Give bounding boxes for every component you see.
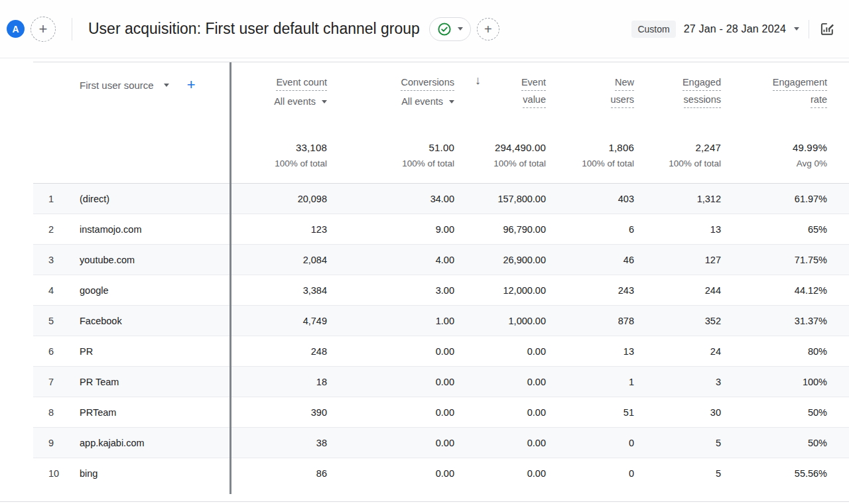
total-sub: 100% of total [557,158,634,168]
cell-event-value: 26,900.00 [466,245,557,275]
column-header-engagement-rate[interactable]: Engagement rate [732,62,849,133]
row-index: 5 [48,316,80,326]
total-engagement-rate: 49.99% Avg 0% [732,133,849,183]
column-label[interactable]: Conversions [401,76,454,91]
cell-event-value: 12,000.00 [466,275,557,305]
cell-new-users: 403 [557,184,645,214]
customize-report-icon [818,21,836,38]
cell-engaged-sessions: 3 [645,367,732,397]
check-circle-icon [437,22,452,36]
column-resize-handle[interactable] [229,62,231,494]
column-label: Engaged [683,76,721,91]
cell-event-value: 157,800.00 [466,184,557,214]
column-header-conversions: Conversions All events [338,62,466,133]
cell-event-count: 18 [232,367,338,397]
dimension-cell: 2 instamojo.com [33,214,232,244]
column-header-event-value[interactable]: ↓ Event value [466,62,557,133]
total-event-value: 294,490.00 100% of total [466,133,557,183]
cell-engagement-rate: 31.37% [732,306,849,336]
cell-engaged-sessions: 5 [645,428,732,458]
date-range-selector[interactable]: 27 Jan - 28 Jan 2024 [684,23,786,35]
dimension-cell: 9 app.kajabi.com [33,428,232,458]
table-row: 10 bing 86 0.00 0.00 0 5 55.56% [33,458,849,489]
add-filter-button[interactable]: + [477,18,499,40]
cell-event-count: 123 [232,214,338,244]
dimension-header: First user source + [33,62,232,92]
total-value: 51.00 [338,142,454,153]
cell-conversions: 4.00 [338,245,466,275]
dimension-cell: 3 youtube.com [33,245,232,275]
report-table: First user source + Event count All even… [33,62,849,489]
totals-row: 33,108 100% of total 51.00 100% of total… [33,133,849,184]
add-dimension-button[interactable]: + [187,78,196,92]
cell-engagement-rate: 80% [732,336,849,366]
row-index: 8 [48,407,80,418]
cell-event-count: 86 [232,458,338,489]
column-header-engaged-sessions[interactable]: Engaged sessions [645,62,732,133]
dimension-cell: 4 google [33,275,232,305]
column-header-new-users[interactable]: New users [557,62,645,133]
row-source: google [80,285,109,296]
cell-event-value: 0.00 [466,428,557,458]
cell-event-value: 0.00 [466,458,557,489]
total-sub: 100% of total [232,158,327,168]
cell-conversions: 34.00 [338,184,466,214]
event-filter-dropdown[interactable]: All events [274,96,327,107]
cell-event-value: 96,790.00 [466,214,557,244]
dimension-selector[interactable]: First user source [80,80,154,91]
dimension-cell: 10 bing [33,458,232,489]
table-body: 1 (direct) 20,098 34.00 157,800.00 403 1… [33,184,849,489]
cell-conversions: 0.00 [338,458,466,489]
event-filter-dropdown[interactable]: All events [401,96,454,107]
cell-event-value: 0.00 [466,367,557,397]
total-value: 49.99% [732,142,827,153]
cell-conversions: 1.00 [338,306,466,336]
cell-engagement-rate: 50% [732,397,849,427]
row-index: 1 [48,194,80,204]
table-row: 9 app.kajabi.com 38 0.00 0.00 0 5 50% [33,428,849,458]
row-source: Facebook [80,316,122,326]
table-row: 7 PR Team 18 0.00 0.00 1 3 100% [33,367,849,397]
dimension-cell: 8 PRTeam [33,397,232,427]
filter-value: All events [274,96,316,107]
cell-event-count: 248 [232,336,338,366]
chevron-down-icon[interactable] [164,84,169,87]
row-source: youtube.com [80,255,135,265]
cell-event-count: 2,084 [232,245,338,275]
row-source: PR Team [80,377,119,387]
row-source: PRTeam [80,407,116,418]
cell-conversions: 0.00 [338,367,466,397]
page-title: User acquisition: First user default cha… [88,20,420,38]
data-quality-button[interactable] [429,17,471,41]
table-row: 2 instamojo.com 123 9.00 96,790.00 6 13 … [33,214,849,245]
dimension-cell: 1 (direct) [33,184,232,214]
cell-engaged-sessions: 127 [645,245,732,275]
customize-report-button[interactable] [818,21,836,38]
cell-event-count: 20,098 [232,184,338,214]
row-index: 6 [48,346,80,357]
cell-event-count: 3,384 [232,275,338,305]
total-sub: 100% of total [338,158,454,168]
row-index: 7 [48,377,80,387]
date-preset-badge: Custom [631,21,675,38]
account-avatar[interactable]: A [7,20,25,38]
add-comparison-button[interactable]: + [31,17,56,42]
cell-engaged-sessions: 5 [645,458,732,489]
column-label: sessions [684,94,721,108]
cell-engagement-rate: 55.56% [732,458,849,489]
row-index: 4 [48,285,80,296]
table-row: 6 PR 248 0.00 0.00 13 24 80% [33,336,849,367]
column-label: rate [811,94,827,108]
cell-engaged-sessions: 24 [645,336,732,366]
column-label: value [523,94,546,108]
row-source: app.kajabi.com [80,438,145,448]
column-label[interactable]: Event count [276,76,327,91]
cell-engaged-sessions: 244 [645,275,732,305]
row-source: bing [80,468,98,479]
cell-new-users: 1 [557,367,645,397]
dimension-cell: 6 PR [33,336,232,366]
total-conversions: 51.00 100% of total [338,133,466,183]
total-new-users: 1,806 100% of total [557,133,645,183]
table-row: 3 youtube.com 2,084 4.00 26,900.00 46 12… [33,245,849,275]
chevron-down-icon[interactable] [794,27,799,31]
